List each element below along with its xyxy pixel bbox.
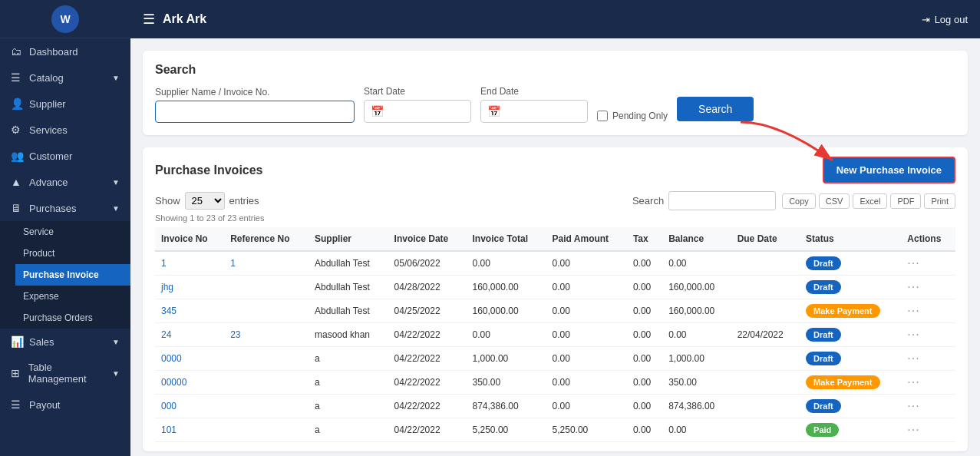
actions-menu-button[interactable]: ··· xyxy=(907,328,919,341)
sidebar-item-supplier[interactable]: 👤 Supplier xyxy=(0,91,130,117)
main-area: ☰ Ark Ark ⇥ Log out Search Supplier Name… xyxy=(130,0,980,456)
cell-supplier: Abdullah Test xyxy=(309,276,388,299)
cell-actions[interactable]: ··· xyxy=(901,347,955,371)
cell-paid: 0.00 xyxy=(546,276,627,299)
pdf-button[interactable]: PDF xyxy=(890,193,921,209)
cell-due-date xyxy=(731,418,800,442)
sidebar-item-sales[interactable]: 📊 Sales ▼ xyxy=(0,329,130,355)
invoice-no-link[interactable]: jhg xyxy=(161,282,173,292)
cell-actions[interactable]: ··· xyxy=(901,276,955,299)
new-purchase-invoice-button[interactable]: New Purchase Invoice xyxy=(823,157,955,183)
sidebar-item-expense[interactable]: Expense xyxy=(15,286,130,307)
supplier-field-group: Supplier Name / Invoice No. xyxy=(155,87,355,123)
invoice-no-link[interactable]: 00000 xyxy=(161,377,186,388)
cell-ref-no: 23 xyxy=(224,323,309,347)
invoice-no-link[interactable]: 345 xyxy=(161,306,177,316)
entries-select[interactable]: 25 10 50 100 xyxy=(185,192,225,210)
pending-only-checkbox[interactable] xyxy=(597,111,608,121)
cell-due-date xyxy=(731,395,800,418)
table-search-input[interactable] xyxy=(668,191,776,210)
col-reference-no: Reference No xyxy=(224,227,309,251)
topbar-left: ☰ Ark Ark xyxy=(143,11,206,28)
pending-only-group: Pending Only xyxy=(597,111,668,121)
cell-ref-no xyxy=(224,347,309,371)
col-invoice-no: Invoice No xyxy=(155,227,224,251)
ref-no-link[interactable]: 23 xyxy=(230,329,240,340)
logout-button[interactable]: ⇥ Log out xyxy=(922,14,968,25)
cell-invoice-no: 00000 xyxy=(155,371,224,395)
cell-total: 0.00 xyxy=(467,251,546,276)
chevron-down-icon: ▼ xyxy=(112,369,120,378)
excel-button[interactable]: Excel xyxy=(853,193,887,209)
cell-due-date xyxy=(731,371,800,395)
sidebar-item-catalog[interactable]: ☰ Catalog ▼ xyxy=(0,64,130,91)
cell-supplier: a xyxy=(309,418,388,442)
cell-supplier: masood khan xyxy=(309,323,388,347)
status-badge: Make Payment xyxy=(806,304,879,318)
cell-actions[interactable]: ··· xyxy=(901,418,955,442)
cell-actions[interactable]: ··· xyxy=(901,371,955,395)
print-button[interactable]: Print xyxy=(924,193,955,209)
cell-balance: 1,000.00 xyxy=(662,347,731,371)
end-date-input[interactable]: 📅 xyxy=(480,100,588,123)
invoice-no-link[interactable]: 101 xyxy=(161,425,177,435)
cell-invoice-no: 1 xyxy=(155,251,224,276)
hamburger-icon[interactable]: ☰ xyxy=(143,11,155,28)
cell-ref-no: 1 xyxy=(224,251,309,276)
cell-actions[interactable]: ··· xyxy=(901,395,955,418)
sidebar-item-services[interactable]: ⚙ Services xyxy=(0,117,130,143)
invoice-header: Purchase Invoices New Purchase Invoice xyxy=(155,157,955,183)
cell-tax: 0.00 xyxy=(627,371,662,395)
cell-tax: 0.00 xyxy=(627,418,662,442)
invoice-no-link[interactable]: 24 xyxy=(161,329,171,340)
sidebar-item-table-management[interactable]: ⊞ Table Management ▼ xyxy=(0,355,130,392)
sidebar-item-customer[interactable]: 👥 Customer xyxy=(0,143,130,169)
sidebar-item-purchases[interactable]: 🖥 Purchases ▼ xyxy=(0,195,130,221)
actions-menu-button[interactable]: ··· xyxy=(907,399,919,412)
actions-menu-button[interactable]: ··· xyxy=(907,423,919,436)
csv-button[interactable]: CSV xyxy=(819,193,850,209)
cell-actions[interactable]: ··· xyxy=(901,251,955,276)
topbar: ☰ Ark Ark ⇥ Log out xyxy=(130,0,980,38)
sidebar-item-label: Table Management xyxy=(28,362,106,385)
col-supplier: Supplier xyxy=(309,227,388,251)
supplier-input[interactable] xyxy=(155,101,355,123)
sidebar-item-dashboard[interactable]: 🗂 Dashboard xyxy=(0,38,130,64)
search-row: Supplier Name / Invoice No. Start Date 📅… xyxy=(155,86,955,123)
cell-date: 04/22/2022 xyxy=(388,347,467,371)
actions-menu-button[interactable]: ··· xyxy=(907,375,919,388)
sidebar-item-product[interactable]: Product xyxy=(15,243,130,264)
invoice-table: Invoice No Reference No Supplier Invoice… xyxy=(155,227,955,442)
sidebar-item-payout[interactable]: ☰ Payout xyxy=(0,392,130,418)
cell-actions[interactable]: ··· xyxy=(901,323,955,347)
invoice-no-link[interactable]: 1 xyxy=(161,258,167,269)
start-date-group: Start Date 📅 xyxy=(364,86,471,123)
sidebar-item-service[interactable]: Service xyxy=(15,221,130,243)
copy-button[interactable]: Copy xyxy=(782,193,816,209)
sidebar-item-advance[interactable]: ▲ Advance ▼ xyxy=(0,169,130,195)
col-actions: Actions xyxy=(901,227,955,251)
actions-menu-button[interactable]: ··· xyxy=(907,304,919,317)
invoice-no-link[interactable]: 000 xyxy=(161,401,177,411)
table-row: 0000 a 04/22/2022 1,000.00 0.00 0.00 1,0… xyxy=(155,347,955,371)
invoice-no-link[interactable]: 0000 xyxy=(161,353,182,364)
col-status: Status xyxy=(800,227,901,251)
sidebar-item-purchase-invoice[interactable]: Purchase Invoice xyxy=(15,264,130,286)
cell-due-date xyxy=(731,251,800,276)
ref-no-link[interactable]: 1 xyxy=(230,258,236,269)
cell-ref-no xyxy=(224,395,309,418)
invoice-table-container: Invoice No Reference No Supplier Invoice… xyxy=(155,227,955,442)
start-date-input[interactable]: 📅 xyxy=(364,100,471,123)
actions-menu-button[interactable]: ··· xyxy=(907,280,919,293)
cell-due-date: 22/04/2022 xyxy=(731,323,800,347)
cell-tax: 0.00 xyxy=(627,251,662,276)
table-row: 101 a 04/22/2022 5,250.00 5,250.00 0.00 … xyxy=(155,418,955,442)
cell-actions[interactable]: ··· xyxy=(901,299,955,323)
actions-menu-button[interactable]: ··· xyxy=(907,352,919,365)
cell-date: 04/22/2022 xyxy=(388,371,467,395)
sidebar-item-label: Product xyxy=(23,248,54,259)
cell-paid: 0.00 xyxy=(546,347,627,371)
actions-menu-button[interactable]: ··· xyxy=(907,256,919,269)
sidebar-item-purchase-orders[interactable]: Purchase Orders xyxy=(15,307,130,329)
search-button[interactable]: Search xyxy=(677,97,754,121)
